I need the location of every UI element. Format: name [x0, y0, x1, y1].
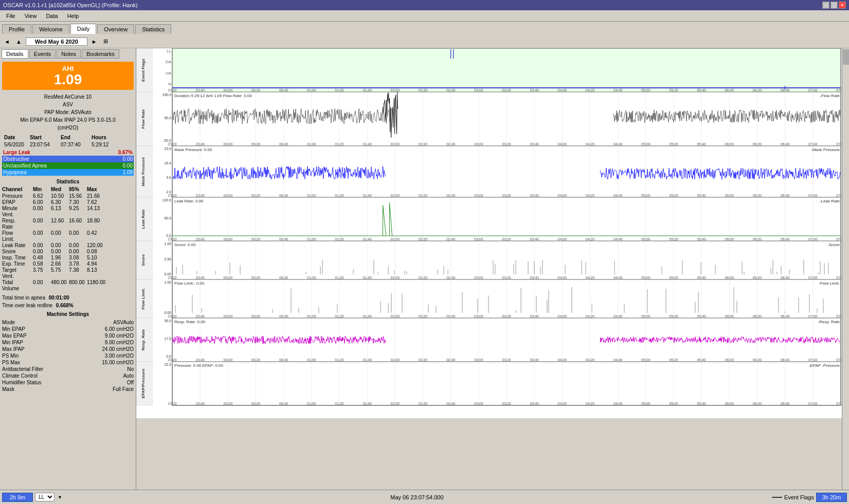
stats-row-insp: Insp. Time 0.48 1.96 3.08 5.10 — [2, 255, 134, 260]
calendar-button[interactable]: ▲ — [14, 38, 24, 45]
device-settings: Min EPAP 6.0 Max IPAP 24.0 PS 3.0-15.0 — [1, 116, 135, 124]
sub-tab-bar: Details Events Notes Bookmarks — [0, 48, 136, 60]
setting-ps-min: PS Min 3.00 cmH2O — [2, 352, 134, 359]
subtab-details[interactable]: Details — [2, 49, 28, 59]
device-info: ResMed AirCurve 10 ASV PAP Mode: ASVAuto… — [0, 92, 136, 133]
session-date: 5/6/2020 — [4, 142, 30, 147]
total-apnea-label: Total time in apnea — [2, 295, 45, 301]
minimize-button[interactable]: ─ — [822, 2, 829, 9]
setting-climate: Climate Control Auto — [2, 372, 134, 379]
charts-canvas[interactable] — [136, 48, 842, 416]
close-button[interactable]: ✕ — [839, 2, 846, 9]
stats-col-min: Min — [33, 186, 51, 192]
menu-file[interactable]: File — [2, 12, 20, 20]
stats-row-flow: Flow 0.00 0.00 0.00 0.42 — [2, 230, 134, 236]
session-start: 23:07:54 — [30, 142, 61, 147]
summary-apnea: Total time in apnea 00:01:00 — [0, 294, 136, 302]
large-leak-row: Large Leak 0.67% — [2, 149, 134, 156]
tab-profile[interactable]: Profile — [2, 24, 31, 34]
unclassified-value: 0.00 — [123, 163, 133, 169]
event-type-select[interactable]: LL — [35, 493, 55, 501]
subtab-notes[interactable]: Notes — [57, 49, 81, 59]
event-line-icon — [772, 497, 782, 498]
subtab-events[interactable]: Events — [29, 49, 56, 59]
setting-min-ipap: Min IPAP 9.00 cmH2O — [2, 339, 134, 346]
col-start: Start — [30, 135, 61, 140]
stats-header: Channel Min Med 95% Max — [2, 186, 134, 192]
session-end: 07:37:40 — [61, 142, 92, 147]
time-left-button[interactable]: 2h 9m — [2, 493, 33, 502]
stats-row-leakrate: Leak Rate 0.00 0.00 0.00 120.00 — [2, 242, 134, 248]
stats-col-channel: Channel — [2, 186, 33, 192]
time-right-button[interactable]: 3h 20m — [816, 493, 847, 502]
stats-row-epap: EPAP 6.00 6.30 7.30 7.62 — [2, 199, 134, 205]
obstructive-row: Obstructive 0.00 — [2, 156, 134, 162]
session-data-row: 5/6/2020 23:07:54 07:37:40 5:29:12 — [2, 141, 134, 148]
setting-max-ipap: Max IPAP 24.00 cmH2O — [2, 346, 134, 352]
device-units: (cmH2O) — [1, 124, 135, 132]
session-header-row: Date Start End Hours — [2, 134, 134, 141]
menu-help[interactable]: Help — [63, 12, 83, 20]
stats-row-vent: Vent. — [2, 212, 134, 217]
tab-welcome[interactable]: Welcome — [32, 24, 69, 34]
stats-row-exp: Exp. Time 0.58 2.66 3.78 4.94 — [2, 261, 134, 267]
event-table: Large Leak 0.67% Obstructive 0.00 Unclas… — [2, 149, 134, 176]
hypopnea-label: Hypopnea — [3, 170, 27, 175]
menu-view[interactable]: View — [21, 12, 41, 20]
tab-statistics[interactable]: Statistics — [135, 24, 171, 34]
navigation-bar: ◄ ▲ Wed May 6 2020 ► ⊞ — [0, 35, 849, 48]
menu-data[interactable]: Data — [42, 12, 62, 20]
col-hours: Hours — [92, 135, 120, 140]
subtab-bookmarks[interactable]: Bookmarks — [82, 49, 119, 59]
leak-redline-label: Time over leak redline — [2, 303, 52, 308]
ahi-box: AHI 1.09 — [2, 62, 134, 90]
tab-daily[interactable]: Daily — [70, 24, 96, 34]
statistics-section: Statistics Channel Min Med 95% Max Press… — [0, 177, 136, 294]
col-end: End — [61, 135, 92, 140]
stats-row-pressure: Pressure 6.62 10.50 15.56 21.66 — [2, 193, 134, 199]
summary-leak: Time over leak redline 0.668% — [0, 302, 136, 309]
setting-ps-max: PS Max 15.00 cmH2O — [2, 359, 134, 366]
center-date: May 06 23:07:54.000 — [390, 494, 443, 500]
main-layout: Details Events Notes Bookmarks AHI 1.09 … — [0, 48, 849, 490]
tab-overview[interactable]: Overview — [97, 24, 134, 34]
ahi-value: 1.09 — [5, 72, 131, 87]
pap-mode: PAP Mode: ASVAuto — [1, 108, 135, 116]
scrollbar[interactable] — [842, 48, 849, 490]
large-leak-value: 0.67% — [118, 150, 133, 155]
status-bar: 2h 9m LL ▼ May 06 23:07:54.000 Event Fla… — [0, 490, 849, 504]
title-bar: OSCAR v1.0.1-r1 [a102a85d OpenGL] (Profi… — [0, 0, 849, 10]
app-title: OSCAR v1.0.1-r1 [a102a85d OpenGL] (Profi… — [3, 2, 138, 8]
obstructive-label: Obstructive — [3, 156, 29, 162]
left-panel: Details Events Notes Bookmarks AHI 1.09 … — [0, 48, 136, 490]
date-display: Wed May 6 2020 — [26, 38, 87, 46]
setting-mode: Mode ASVAuto — [2, 319, 134, 326]
maximize-button[interactable]: □ — [830, 2, 838, 9]
stats-row-tidal: Tidal 0.00 480.00 800.00 1180.00 — [2, 279, 134, 285]
unclassified-row: Unclassified Apnea 0.00 — [2, 162, 134, 169]
device-name: ResMed AirCurve 10 — [1, 93, 135, 101]
obstructive-value: 0.00 — [123, 156, 133, 162]
setting-antibacterial: Antibacterial Filter No — [2, 366, 134, 372]
scrollbar-thumb[interactable] — [843, 49, 849, 65]
setting-min-epap: Min EPAP 6.00 cmH2O — [2, 326, 134, 332]
session-hours: 5:29:12 — [92, 142, 120, 147]
pin-button[interactable]: ⊞ — [101, 38, 110, 45]
stats-row-vent2: Vent. — [2, 273, 134, 279]
leak-redline-value: 0.668% — [56, 303, 74, 308]
window-controls: ─ □ ✕ — [822, 2, 846, 9]
machine-settings: Machine Settings Mode ASVAuto Min EPAP 6… — [0, 309, 136, 395]
menu-bar: File View Data Help — [0, 10, 849, 22]
hypopnea-row: Hypopnea 1.09 — [2, 169, 134, 176]
stats-row-limit: Limit. — [2, 236, 134, 242]
stats-row-volume: Volume — [2, 286, 134, 291]
stats-row-rate: Rate — [2, 224, 134, 230]
stats-row-minute: Minute 0.00 6.13 9.25 14.13 — [2, 206, 134, 211]
setting-humidifier: Humidifier Status Off — [2, 379, 134, 386]
stats-row-snore: Snore 0.00 0.00 0.00 0.08 — [2, 249, 134, 254]
left-panel-content: AHI 1.09 ResMed AirCurve 10 ASV PAP Mode… — [0, 60, 136, 490]
dropdown-arrow-icon: ▼ — [58, 495, 62, 500]
next-day-button[interactable]: ► — [89, 38, 99, 45]
prev-day-button[interactable]: ◄ — [2, 38, 12, 45]
stats-col-med: Med — [51, 186, 69, 192]
